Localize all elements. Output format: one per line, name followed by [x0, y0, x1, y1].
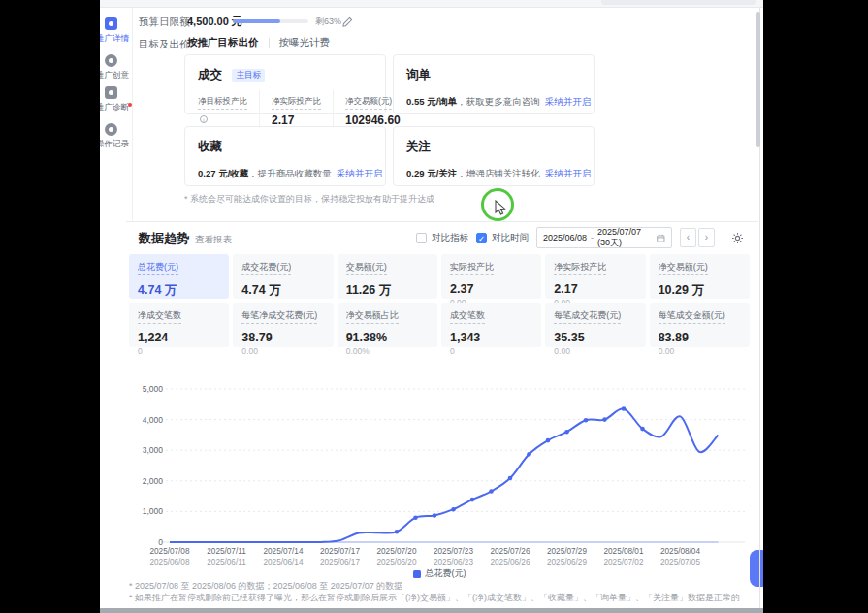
svg-text:4,000: 4,000	[143, 415, 164, 425]
legend-marker-total-cost	[413, 570, 421, 578]
section-divider	[126, 221, 758, 222]
budget-remaining: 剩63%	[315, 16, 341, 28]
adopt-enable-link[interactable]: 采纳并开启	[337, 168, 383, 178]
metric-value: 83.89	[659, 331, 741, 344]
prev-period-button[interactable]: ‹	[680, 228, 696, 247]
goal-metric-label: 净目标投产比	[198, 96, 247, 110]
metric-title: 每笔成交金额(元)	[659, 309, 725, 324]
metric-value: 38.79	[241, 331, 324, 344]
metric-card[interactable]: 每笔净成交花费(元) 38.79 0.00	[233, 303, 333, 347]
bidding-tabs: 按推广目标出价 按曝光计费	[187, 36, 330, 49]
goal-card-title: 关注	[406, 139, 431, 155]
edit-budget-icon[interactable]	[342, 14, 353, 31]
compare-time-label: 对比时间	[492, 232, 529, 244]
sidebar-item-icon	[105, 86, 117, 99]
trend-section-title: 数据趋势	[139, 230, 189, 247]
click-indicator-ring	[481, 188, 514, 221]
metric-value: 2.17	[554, 282, 636, 296]
goal-desc: ，获取更多意向咨询	[457, 96, 540, 107]
metric-card[interactable]: 成交笔数 1,343 0	[441, 303, 541, 347]
tab-bid-by-impression[interactable]: 按曝光计费	[279, 36, 331, 49]
calendar-icon	[657, 233, 665, 243]
metric-card[interactable]: 净交易额占比 91.38% 0.00%	[338, 303, 437, 347]
metric-title: 净实际投产比	[554, 261, 606, 275]
svg-text:0: 0	[158, 537, 163, 547]
goal-metric-value: 2.17	[272, 113, 294, 127]
metric-card[interactable]: 每笔成交花费(元) 35.35 0.00	[545, 303, 645, 347]
svg-text:2025/07/14: 2025/07/14	[264, 547, 304, 556]
metric-value: 11.26 万	[346, 282, 429, 299]
metric-compare-value: 0.00	[554, 346, 636, 356]
svg-text:2025/08/01: 2025/08/01	[604, 547, 644, 556]
sidebar-item[interactable]: 推广创意	[100, 54, 133, 81]
tab-bid-by-goal[interactable]: 按推广目标出价	[187, 36, 259, 49]
sidebar-item[interactable]: 操作记录	[100, 123, 133, 150]
metric-value: 2.37	[450, 282, 532, 296]
chart-footnotes: * 2025/07/08 至 2025/08/06 的数据；2025/06/08…	[129, 580, 740, 603]
next-period-button[interactable]: ›	[698, 228, 715, 247]
footnote-disclaimer: * 如果推广在暂停或删除前已经获得了曝光，那么在暂停或删除后展示「(净)交易额」…	[129, 592, 740, 603]
window-bottom-edge	[100, 608, 763, 613]
floating-side-tab[interactable]	[750, 550, 763, 587]
trend-line-chart: 01,0002,0003,0004,0005,0002025/07/082025…	[124, 376, 753, 566]
footnote-date-ranges: * 2025/07/08 至 2025/08/06 的数据；2025/06/08…	[129, 580, 740, 592]
goal-card: 关注 0.29 元/关注，增强店铺关注转化采纳并开启	[393, 126, 595, 186]
metric-value: 10.29 万	[659, 282, 741, 299]
metric-title: 成交花费(元)	[241, 261, 291, 275]
goal-metric-label: 净实际投产比	[272, 96, 321, 110]
svg-text:2025/06/14: 2025/06/14	[264, 558, 304, 566]
metric-title: 每笔净成交花费(元)	[241, 309, 317, 324]
view-report-link[interactable]: 查看报表	[195, 234, 232, 246]
top-strip	[100, 0, 763, 8]
adopt-enable-link[interactable]: 采纳并开启	[545, 168, 592, 178]
svg-text:2025/06/23: 2025/06/23	[434, 558, 473, 566]
legend-label: 总花费(元)	[426, 567, 466, 580]
compare-time-checkbox[interactable]: ✓	[476, 233, 487, 243]
metric-title: 净交易额(元)	[659, 261, 708, 275]
sidebar-item[interactable]: 推广详情	[100, 17, 133, 45]
metric-title: 交易额(元)	[346, 261, 387, 275]
scrollbar-thumb[interactable]	[756, 12, 760, 147]
metric-card[interactable]: 成交花费(元) 4.74 万 0.00	[233, 254, 333, 299]
sidebar-item[interactable]: 推广诊断	[100, 86, 133, 113]
sidebar-item-label: 推广详情	[100, 33, 129, 45]
metric-card[interactable]: 交易额(元) 11.26 万 0.00	[338, 254, 437, 299]
metric-card[interactable]: 实际投产比 2.37 0.00	[441, 254, 541, 299]
metric-compare-value: 0.00	[241, 346, 324, 356]
metric-title: 净交易额占比	[346, 309, 399, 324]
goal-metric-value: 102946.60	[345, 113, 401, 127]
svg-text:3,000: 3,000	[143, 445, 164, 455]
trend-controls: 对比指标 ✓ 对比时间 2025/06/08 - 2025/07/07 (30天…	[416, 226, 744, 249]
goal-note: * 系统会尽可能达成你设置的目标，保持稳定投放有助于提升达成	[184, 193, 434, 206]
svg-text:2025/07/05: 2025/07/05	[660, 558, 700, 566]
metric-card[interactable]: 每笔成交金额(元) 83.89 0.00	[650, 303, 750, 347]
goal-suggested-bid: 0.55 元/询单	[406, 96, 457, 107]
adopt-enable-link[interactable]: 采纳并开启	[545, 96, 592, 107]
date-range-input[interactable]: 2025/06/08 - 2025/07/07 (30天)	[536, 227, 672, 248]
metric-card[interactable]: 净交易额(元) 10.29 万 0.00	[650, 254, 750, 299]
svg-text:2025/07/23: 2025/07/23	[434, 547, 473, 556]
date-range-end: 2025/07/07 (30天)	[597, 227, 653, 249]
metric-compare-value: 0.00	[659, 346, 741, 356]
metric-card[interactable]: 净实际投产比 2.17 0.00	[545, 254, 645, 299]
date-range-separator: -	[591, 233, 594, 242]
svg-text:2025/07/26: 2025/07/26	[491, 547, 530, 556]
svg-text:2,000: 2,000	[143, 476, 164, 486]
sidebar-item-icon	[105, 54, 117, 67]
compare-metric-checkbox[interactable]	[416, 233, 427, 243]
chart-settings-gear-icon[interactable]	[731, 232, 744, 244]
goal-desc: ，提升商品收藏数量	[248, 168, 332, 178]
svg-text:2025/06/17: 2025/06/17	[320, 558, 360, 566]
metric-card[interactable]: 净成交笔数 1,224 0	[129, 303, 229, 347]
goal-desc: ，增强店铺关注转化	[457, 168, 540, 178]
budget-limit-label: 预算日限额:	[139, 16, 192, 29]
metric-card[interactable]: 总花费(元) 4.74 万 0.00	[129, 254, 229, 299]
metric-title: 总花费(元)	[138, 261, 178, 275]
primary-goal-badge: 主目标	[232, 69, 265, 82]
svg-text:2025/06/11: 2025/06/11	[207, 558, 246, 566]
controls-divider	[723, 232, 723, 244]
goal-cards-grid: 成交 主目标 净目标投产比i 2.45 净实际投产比 2.17 净交易额(元) …	[184, 54, 595, 186]
sidebar-item-icon	[105, 17, 117, 30]
info-icon[interactable]: i	[200, 115, 208, 123]
goal-card: 询单 0.55 元/询单，获取更多意向咨询采纳并开启	[393, 54, 595, 114]
